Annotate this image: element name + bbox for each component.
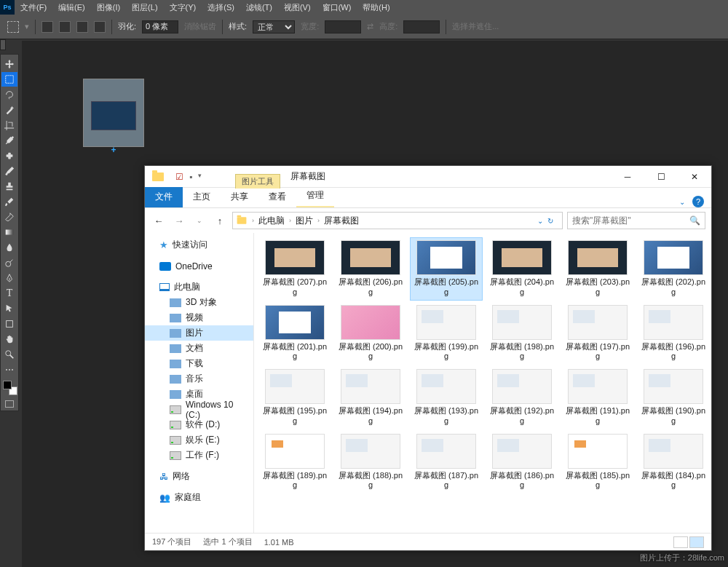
color-swatch[interactable] (2, 380, 18, 396)
file-item[interactable]: 屏幕截图 (198).png (486, 302, 558, 365)
file-item[interactable]: 屏幕截图 (206).png (334, 237, 407, 301)
gradient-tool-icon[interactable] (1, 225, 17, 239)
breadcrumb-screenshots[interactable]: 屏幕截图 (324, 215, 359, 227)
dodge-tool-icon[interactable] (1, 255, 17, 270)
file-item[interactable]: 屏幕截图 (190).png (637, 366, 710, 429)
intersect-selection-icon[interactable] (94, 21, 106, 33)
file-item[interactable]: 屏幕截图 (188).png (334, 431, 407, 494)
file-item[interactable]: 屏幕截图 (189).png (258, 431, 331, 494)
menu-item[interactable]: 图层(L) (126, 2, 163, 13)
file-item[interactable]: 屏幕截图 (200).png (334, 302, 407, 365)
stamp-tool-icon[interactable] (1, 179, 17, 194)
feather-input[interactable] (142, 20, 178, 33)
history-brush-tool-icon[interactable] (1, 194, 17, 209)
file-item[interactable]: 屏幕截图 (193).png (410, 366, 483, 429)
move-tool-icon[interactable] (1, 57, 17, 71)
file-item[interactable]: 屏幕截图 (192).png (486, 366, 558, 429)
menu-item[interactable]: 图像(I) (91, 2, 126, 13)
crop-tool-icon[interactable] (1, 118, 17, 132)
file-item[interactable]: 屏幕截图 (195).png (258, 366, 331, 429)
zoom-tool-icon[interactable] (1, 347, 17, 362)
search-icon[interactable]: 🔍 (689, 215, 700, 226)
marquee-tool-icon[interactable] (1, 72, 17, 87)
refresh-button[interactable]: ⌄↻ (537, 217, 559, 225)
close-button[interactable]: ✕ (678, 166, 711, 187)
brush-tool-icon[interactable] (1, 164, 17, 178)
tab-view[interactable]: 查看 (258, 187, 296, 207)
qat-check-icon[interactable]: ☑ (175, 172, 183, 182)
nav-network[interactable]: 🖧网络 (145, 469, 253, 484)
menu-item[interactable]: 文件(F) (15, 2, 52, 13)
style-select[interactable]: 正常 (253, 20, 295, 33)
file-item[interactable]: 屏幕截图 (202).png (637, 237, 710, 301)
back-button[interactable]: ← (151, 213, 167, 229)
document-window[interactable]: + (83, 79, 144, 147)
file-pane[interactable]: 屏幕截图 (207).png屏幕截图 (206).png屏幕截图 (205).p… (254, 233, 711, 533)
shape-tool-icon[interactable] (1, 317, 17, 331)
file-item[interactable]: 屏幕截图 (194).png (334, 366, 407, 429)
path-select-tool-icon[interactable] (1, 301, 17, 316)
lasso-tool-icon[interactable] (1, 87, 17, 102)
qat-dropdown-icon[interactable]: ▾ (198, 172, 202, 182)
pen-tool-icon[interactable] (1, 271, 17, 285)
blur-tool-icon[interactable] (1, 240, 17, 255)
file-item[interactable]: 屏幕截图 (199).png (410, 302, 483, 365)
help-icon[interactable]: ? (692, 196, 704, 207)
file-item[interactable]: 屏幕截图 (203).png (561, 237, 634, 301)
file-item[interactable]: 屏幕截图 (187).png (410, 431, 483, 494)
type-tool-icon[interactable]: T (1, 286, 17, 301)
nav-homegroup[interactable]: 👥家庭组 (145, 490, 253, 505)
menu-item[interactable]: 视图(V) (278, 2, 317, 13)
nav-quick-access[interactable]: ★快速访问 (145, 237, 253, 253)
tab-home[interactable]: 主页 (183, 187, 221, 207)
nav-onedrive[interactable]: OneDrive (145, 258, 253, 274)
file-item[interactable]: 屏幕截图 (184).png (637, 431, 710, 494)
menu-item[interactable]: 编辑(E) (52, 2, 91, 13)
nav-downloads[interactable]: 下载 (145, 356, 253, 371)
menu-item[interactable]: 滤镜(T) (240, 2, 278, 13)
qat-folder-icon[interactable]: ▪ (189, 172, 192, 182)
more-tools-icon[interactable]: ⋯ (1, 362, 17, 377)
explorer-titlebar[interactable]: ☑ ▪ ▾ 图片工具 屏幕截图 ─ ☐ ✕ (145, 166, 711, 188)
ribbon-collapse-icon[interactable]: ⌄ (679, 198, 685, 206)
heal-tool-icon[interactable] (1, 148, 17, 163)
eraser-tool-icon[interactable] (1, 210, 17, 224)
breadcrumb-pictures[interactable]: 图片 (296, 215, 313, 227)
view-thumbs-icon[interactable] (689, 536, 704, 548)
search-box[interactable]: 🔍 (567, 212, 705, 229)
file-item[interactable]: 屏幕截图 (201).png (258, 302, 331, 365)
nav-drive-e[interactable]: 娱乐 (E:) (145, 432, 253, 448)
wand-tool-icon[interactable] (1, 103, 17, 117)
file-item[interactable]: 屏幕截图 (197).png (561, 302, 634, 365)
nav-thispc[interactable]: 此电脑 (145, 279, 253, 295)
new-selection-icon[interactable] (41, 21, 53, 33)
minimize-button[interactable]: ─ (611, 166, 644, 187)
add-selection-icon[interactable] (59, 21, 71, 33)
file-item[interactable]: 屏幕截图 (186).png (486, 431, 558, 494)
file-item[interactable]: 屏幕截图 (185).png (561, 431, 634, 494)
address-bar[interactable]: › 此电脑 › 图片 › 屏幕截图 ⌄↻ (232, 212, 563, 229)
eyedropper-tool-icon[interactable] (1, 133, 17, 148)
view-details-icon[interactable] (673, 536, 688, 548)
breadcrumb-pc[interactable]: 此电脑 (258, 215, 285, 227)
file-item[interactable]: 屏幕截图 (191).png (561, 366, 634, 429)
nav-documents[interactable]: 文档 (145, 341, 253, 356)
tab-manage[interactable]: 管理 (296, 186, 334, 207)
maximize-button[interactable]: ☐ (644, 166, 678, 187)
panel-tab[interactable] (0, 39, 6, 50)
file-item[interactable]: 屏幕截图 (205).png (410, 237, 483, 301)
hand-tool-icon[interactable] (1, 332, 17, 346)
tab-file[interactable]: 文件 (145, 187, 183, 207)
file-item[interactable]: 屏幕截图 (204).png (486, 237, 558, 301)
search-input[interactable] (572, 215, 687, 226)
marquee-tool-icon[interactable] (7, 21, 19, 33)
file-item[interactable]: 屏幕截图 (196).png (637, 302, 710, 365)
menu-item[interactable]: 窗口(W) (317, 2, 357, 13)
tab-share[interactable]: 共享 (221, 187, 258, 207)
menu-item[interactable]: 选择(S) (202, 2, 240, 13)
nav-drive-f[interactable]: 工作 (F:) (145, 448, 253, 463)
nav-music[interactable]: 音乐 (145, 371, 253, 386)
up-button[interactable]: ↑ (212, 213, 228, 229)
file-item[interactable]: 屏幕截图 (207).png (258, 237, 331, 301)
nav-videos[interactable]: 视频 (145, 310, 253, 325)
